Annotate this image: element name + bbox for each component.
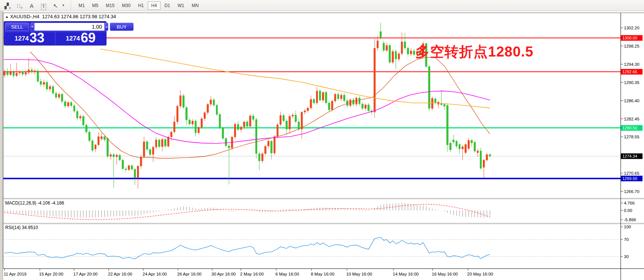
timeframe-button-m30[interactable]: M30 [119, 1, 134, 10]
ask-price-big: 69 [81, 32, 96, 44]
ask-price-button[interactable]: 1274 69 [55, 32, 106, 45]
ask-price-small: 1274 [66, 33, 80, 44]
timeframe-button-h4[interactable]: H4 [148, 1, 160, 10]
one-click-trade-panel: SELL ▼ ▲ BUY 1274 33 1274 69 [4, 21, 106, 45]
window-left-edge [0, 11, 3, 280]
buy-button[interactable]: BUY [110, 23, 134, 31]
volume-input[interactable] [34, 23, 105, 31]
volume-increase-button[interactable]: ▲ [105, 23, 108, 31]
chevron-down-icon[interactable]: ▼ [62, 4, 65, 7]
timeframe-button-h1[interactable]: H1 [135, 1, 147, 10]
sell-button[interactable]: SELL [5, 23, 29, 31]
text-tool-icon[interactable]: A [26, 1, 37, 10]
toolbar: ▞E∷FAT↖ ▼ M1M5M15M30H1H4D1W1MN [0, 0, 644, 11]
drawing-toolbar: ▞E∷FAT↖ [2, 1, 62, 10]
bid-price-button[interactable]: 1274 33 [4, 32, 55, 45]
fibonacci-tool-icon[interactable]: ∷F [14, 1, 25, 10]
volume-decrease-button[interactable]: ▼ [31, 23, 34, 31]
bid-price-big: 33 [29, 32, 44, 44]
timeframe-toolbar: M1M5M15M30H1H4D1W1MN [71, 1, 203, 10]
timeframe-button-d1[interactable]: D1 [161, 1, 173, 10]
channel-tool-icon[interactable]: ▞E [2, 1, 13, 10]
label-tool-icon[interactable]: T [38, 1, 49, 10]
timeframe-button-mn[interactable]: MN [188, 1, 202, 10]
arrows-tool-icon[interactable]: ↖ [50, 1, 61, 10]
timeframe-button-m15[interactable]: M15 [102, 1, 118, 10]
bid-price-small: 1274 [15, 33, 29, 44]
mt4-terminal: { "window": { "symbol": "XAUUSD-,H4", "o… [0, 0, 644, 280]
timeframe-button-m5[interactable]: M5 [89, 1, 102, 10]
timeframe-button-m1[interactable]: M1 [75, 1, 88, 10]
timeframe-button-w1[interactable]: W1 [174, 1, 188, 10]
